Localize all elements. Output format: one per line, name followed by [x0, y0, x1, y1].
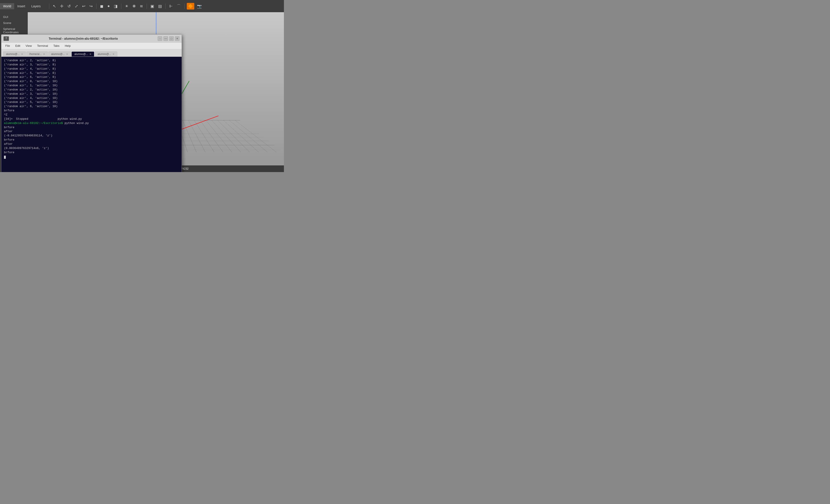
terminal-tab-4-label: alumno@...: [74, 53, 88, 56]
terminal-app-icon: T: [4, 36, 9, 41]
terminal-tab-3[interactable]: alumno@... ✕: [49, 52, 71, 57]
terminal-tab-1-label: alumno@...: [6, 53, 20, 56]
menu-terminal[interactable]: Terminal: [35, 43, 50, 48]
sidebar-item-scene[interactable]: Scene: [0, 20, 28, 26]
terminal-line: ('random air', 5, 'action', 10): [4, 100, 179, 104]
terminal-line: after: [4, 130, 179, 134]
tool-icons: ↖ ✛ ↺ ⤢ ↩ ↪ ◼ ● ◨ ☀ ❋ ≋ ▣ ▤ ⊩ ⌒ 🔶 📷: [48, 3, 203, 10]
paste-icon[interactable]: ▤: [157, 3, 163, 9]
menu-world[interactable]: World: [0, 3, 14, 9]
terminal-tab-2[interactable]: /home/al... ✕: [26, 52, 48, 57]
redo-icon[interactable]: ↪: [88, 3, 94, 9]
terminal-tab-5-close[interactable]: ✕: [113, 53, 115, 56]
terminal-output[interactable]: ('random air', 2, 'action', 8) ('random …: [1, 57, 182, 172]
point-light-icon[interactable]: ☀: [124, 3, 130, 9]
terminal-tab-5-label: alumno@...: [98, 53, 111, 56]
toolbar-sep-4: [147, 4, 147, 9]
undo-icon[interactable]: ↩: [81, 3, 87, 9]
directional-light-icon[interactable]: ≋: [138, 3, 145, 9]
terminal-line: ('random air', 6, 'action', 8): [4, 75, 179, 79]
terminal-prompt: alumno@eim-alu-69182:~/Escritorio$: [4, 122, 63, 125]
terminal-line: brfore: [4, 138, 179, 142]
terminal-titlebar: T Terminal - alumno@eim-alu-69182: ~/Esc…: [1, 35, 182, 42]
window-maximize-button[interactable]: □: [169, 36, 174, 41]
terminal-line: ('random air', 4, 'action', 10): [4, 96, 179, 100]
terminal-line: ('random air', 6, 'action', 10): [4, 104, 179, 109]
terminal-line: ('random air', 5, 'action', 8): [4, 71, 179, 75]
screenshot-icon[interactable]: 📷: [196, 3, 203, 9]
gazebo-toolbar: World Insert Layers ↖ ✛ ↺ ⤢ ↩ ↪ ◼ ● ◨ ☀ …: [0, 0, 284, 12]
cylinder-shape-icon[interactable]: ◨: [113, 3, 119, 9]
terminal-tab-4[interactable]: alumno@... ✕: [71, 52, 94, 57]
menu-insert[interactable]: Insert: [14, 3, 28, 9]
terminal-line: (-0.041295576840639114, 'z'): [4, 134, 179, 138]
toolbar-sep-5: [165, 4, 166, 9]
terminal-line: [34]+ Stopped python wind.py: [4, 117, 179, 121]
box-shape-icon[interactable]: ◼: [99, 3, 105, 9]
terminal-cursor: [4, 156, 6, 159]
sidebar-item-spherical[interactable]: Spherical Coordinates: [0, 26, 28, 35]
snap-icon[interactable]: ⌒: [175, 3, 182, 10]
terminal-prompt-line: alumno@eim-alu-69182:~/Escritorio$ pytho…: [4, 121, 179, 126]
terminal-tab-5[interactable]: alumno@... ✕: [95, 52, 118, 57]
window-scroll-up-button[interactable]: ↑: [158, 36, 162, 41]
terminal-line: ^Z: [4, 113, 179, 117]
toolbar-sep-6: [184, 4, 185, 9]
terminal-line: brfore: [4, 126, 179, 130]
terminal-line: ('random air', 0, 'action', 10): [4, 79, 179, 83]
rotate-tool-icon[interactable]: ↺: [66, 3, 72, 9]
scale-tool-icon[interactable]: ⤢: [73, 3, 79, 9]
menu-file[interactable]: File: [3, 43, 12, 48]
sphere-shape-icon[interactable]: ●: [106, 3, 111, 9]
terminal-command: python wind.py: [63, 122, 89, 125]
window-controls: ↑ — □ ✕: [158, 36, 180, 41]
terminal-tab-2-close[interactable]: ✕: [43, 53, 45, 56]
menu-layers[interactable]: Layers: [28, 3, 44, 9]
terminal-line: ('random air', 3, 'action', 8): [4, 63, 179, 67]
align-icon[interactable]: ⊩: [168, 3, 174, 9]
menu-help[interactable]: Help: [63, 43, 73, 48]
terminal-line: ('random air', 2, 'action', 8): [4, 59, 179, 63]
highlight-icon[interactable]: 🔶: [187, 3, 194, 9]
menu-edit[interactable]: Edit: [13, 43, 23, 48]
select-tool-icon[interactable]: ↖: [52, 3, 58, 9]
terminal-window: T Terminal - alumno@eim-alu-69182: ~/Esc…: [1, 34, 182, 172]
window-minimize-button[interactable]: —: [163, 36, 168, 41]
menu-view[interactable]: View: [23, 43, 34, 48]
terminal-tab-1[interactable]: alumno@... ✕: [3, 52, 26, 57]
translate-tool-icon[interactable]: ✛: [59, 3, 65, 9]
terminal-menubar: File Edit View Terminal Tabs Help: [1, 42, 182, 49]
terminal-tab-3-close[interactable]: ✕: [66, 53, 68, 56]
terminal-line: ('random air', 1, 'action', 10): [4, 83, 179, 88]
terminal-tab-3-label: alumno@...: [51, 53, 65, 56]
terminal-title: Terminal - alumno@eim-alu-69182: ~/Escri…: [11, 37, 156, 40]
terminal-line: (0.003648976329714o6, 'z'): [4, 146, 179, 150]
terminal-line: ('random air', 3, 'action', 10): [4, 92, 179, 96]
terminal-line: brfore: [4, 150, 179, 155]
spot-light-icon[interactable]: ❋: [131, 3, 137, 9]
menu-tabs[interactable]: Tabs: [51, 43, 61, 48]
terminal-line: brfore: [4, 109, 179, 113]
terminal-tabs: alumno@... ✕ /home/al... ✕ alumno@... ✕ …: [1, 49, 182, 57]
terminal-cursor-line: [4, 155, 179, 159]
terminal-line: after: [4, 142, 179, 146]
terminal-line: ('random air', 4, 'action', 8): [4, 67, 179, 71]
window-close-button[interactable]: ✕: [175, 36, 180, 41]
terminal-tab-2-label: /home/al...: [29, 53, 42, 56]
copy-icon[interactable]: ▣: [149, 3, 156, 9]
terminal-tab-1-close[interactable]: ✕: [21, 53, 23, 56]
terminal-line: ('random air', 2, 'action', 10): [4, 88, 179, 92]
sidebar-item-gui[interactable]: GUI: [0, 14, 28, 20]
terminal-tab-4-close[interactable]: ✕: [89, 53, 91, 56]
